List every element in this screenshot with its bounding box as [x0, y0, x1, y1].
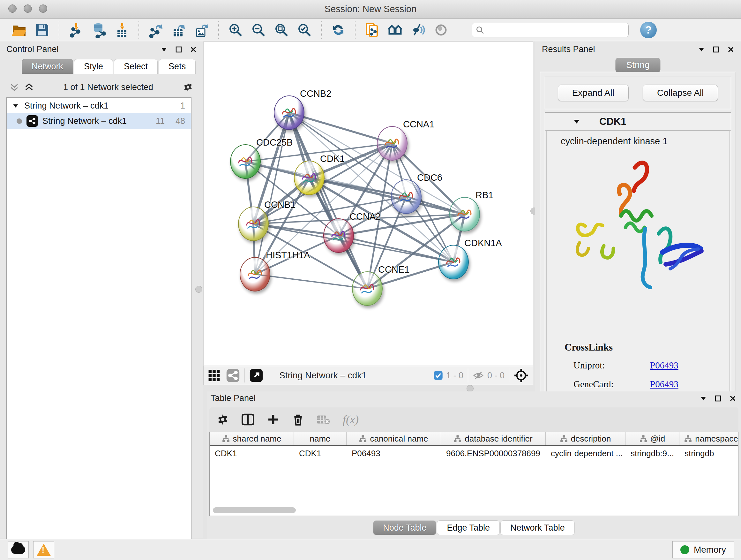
- edge[interactable]: [289, 113, 392, 143]
- node-ccna2[interactable]: [323, 219, 354, 253]
- float-panel-icon[interactable]: [176, 46, 182, 53]
- zoom-out-button[interactable]: [250, 21, 267, 39]
- edge[interactable]: [255, 274, 367, 289]
- string-disabled-eye-button[interactable]: [432, 21, 450, 39]
- network-options-gear-icon[interactable]: [183, 82, 193, 92]
- warnings-button[interactable]: [33, 541, 54, 558]
- zoom-selected-button[interactable]: [295, 21, 313, 39]
- save-session-button[interactable]: [33, 21, 51, 39]
- table-cell[interactable]: cyclin-dependent ...: [546, 446, 625, 461]
- collapse-all-icon[interactable]: [10, 82, 19, 92]
- column-header--id[interactable]: @id: [625, 432, 679, 445]
- edge[interactable]: [289, 113, 367, 289]
- close-window-button[interactable]: [8, 4, 17, 13]
- node-hist1h1a[interactable]: [240, 257, 270, 292]
- tab-edge-table[interactable]: Edge Table: [437, 520, 500, 535]
- crosslink-link[interactable]: P06493: [650, 379, 678, 389]
- expand-all-button[interactable]: Expand All: [558, 84, 629, 101]
- export-network-button[interactable]: [147, 21, 165, 39]
- table-cell[interactable]: 9606.ENSP00000378699: [441, 446, 546, 461]
- string-home-button[interactable]: [386, 21, 404, 39]
- minimize-window-button[interactable]: [23, 4, 32, 13]
- export-table-button[interactable]: [170, 21, 188, 39]
- table-options-gear-icon[interactable]: [216, 413, 229, 426]
- panel-menu-icon[interactable]: [698, 47, 704, 52]
- cloud-status-button[interactable]: [8, 541, 29, 558]
- tab-node-table[interactable]: Node Table: [373, 520, 436, 535]
- table-cell[interactable]: P06493: [347, 446, 441, 461]
- network-canvas[interactable]: CCNB2CCNA1CDC25BCDK1CDC6RB1CCNB1CCNA2CDK…: [204, 42, 533, 366]
- import-network-file-button[interactable]: [67, 21, 85, 39]
- tab-network-table[interactable]: Network Table: [500, 520, 575, 535]
- left-divider-handle[interactable]: [195, 286, 202, 293]
- node-ccne1[interactable]: [352, 271, 383, 306]
- table-cell[interactable]: stringdb:9...: [625, 446, 679, 461]
- collapse-section-icon[interactable]: [573, 119, 580, 124]
- node-cdc6[interactable]: [391, 179, 421, 214]
- table-row[interactable]: CDK1CDK1P064939606.ENSP00000378699cyclin…: [210, 446, 738, 461]
- network-view[interactable]: CCNB2CCNA1CDC25BCDK1CDC6RB1CCNB1CCNA2CDK…: [203, 42, 533, 366]
- column-header-canonical-name[interactable]: canonical name: [347, 432, 441, 445]
- memory-button[interactable]: Memory: [672, 541, 734, 558]
- close-panel-icon[interactable]: [730, 395, 736, 401]
- maximize-window-button[interactable]: [39, 4, 47, 13]
- node-ccnb1[interactable]: [238, 206, 269, 241]
- table-cell[interactable]: CDK1: [210, 446, 294, 461]
- column-header-name[interactable]: name: [294, 432, 347, 445]
- node-cdk1[interactable]: [294, 161, 325, 195]
- node-cdc25b[interactable]: [230, 144, 261, 179]
- expand-all-icon[interactable]: [24, 82, 34, 92]
- string-copy-button[interactable]: [363, 21, 381, 39]
- birdseye-crosshair-icon[interactable]: [514, 368, 529, 383]
- close-panel-icon[interactable]: [728, 46, 734, 53]
- node-ccnb2[interactable]: [274, 96, 305, 130]
- detach-view-icon[interactable]: [249, 368, 263, 382]
- column-header-database-identifier[interactable]: database identifier: [441, 432, 546, 445]
- tab-select[interactable]: Select: [114, 59, 158, 74]
- apply-layout-button[interactable]: [329, 21, 347, 39]
- tab-sets[interactable]: Sets: [158, 59, 196, 74]
- crosslink-row: GeneCard:P06493: [574, 379, 720, 389]
- help-button[interactable]: ?: [640, 22, 657, 38]
- zoom-in-button[interactable]: [226, 21, 245, 39]
- column-header-description[interactable]: description: [546, 432, 625, 445]
- delete-column-icon[interactable]: [292, 413, 305, 426]
- zoom-fit-button[interactable]: [273, 21, 290, 39]
- node-cdkn1a[interactable]: [438, 245, 469, 279]
- tab-style[interactable]: Style: [74, 59, 113, 74]
- tab-string[interactable]: String: [615, 58, 660, 72]
- export-image-button[interactable]: [193, 21, 211, 39]
- table-cell[interactable]: CDK1: [294, 446, 347, 461]
- tree-expand-icon[interactable]: [13, 104, 18, 108]
- tab-network[interactable]: Network: [22, 59, 73, 74]
- selected-checkbox-icon[interactable]: [433, 371, 443, 380]
- column-header-shared-name[interactable]: shared name: [210, 432, 294, 445]
- protein-card-header[interactable]: CDK1: [545, 113, 731, 131]
- open-session-button[interactable]: [10, 21, 28, 39]
- network-collection-row[interactable]: String Network – cdk1 1: [7, 98, 191, 113]
- network-row[interactable]: String Network – cdk1 11 48: [7, 113, 191, 129]
- collapse-all-button[interactable]: Collapse All: [643, 84, 718, 101]
- add-column-icon[interactable]: [267, 413, 280, 426]
- show-columns-icon[interactable]: [241, 413, 255, 426]
- float-panel-icon[interactable]: [713, 46, 719, 53]
- close-panel-icon[interactable]: [190, 46, 197, 53]
- bottom-divider-handle[interactable]: [467, 385, 474, 392]
- table-horizontal-scrollbar[interactable]: [213, 507, 296, 513]
- panel-menu-icon[interactable]: [700, 396, 706, 401]
- import-table-file-button[interactable]: [113, 21, 131, 39]
- grid-view-icon[interactable]: [208, 369, 220, 381]
- table-cell[interactable]: stringdb: [679, 446, 738, 461]
- crosslink-link[interactable]: P06493: [650, 360, 678, 371]
- string-glass-eye-button[interactable]: [409, 21, 427, 39]
- share-view-icon[interactable]: [226, 368, 240, 382]
- node-rb1[interactable]: [449, 197, 480, 232]
- import-network-database-button[interactable]: [90, 21, 108, 39]
- panel-menu-icon[interactable]: [161, 47, 167, 52]
- search-input[interactable]: [487, 25, 624, 35]
- float-panel-icon[interactable]: [715, 395, 721, 401]
- node-table[interactable]: shared namenamecanonical namedatabase id…: [209, 432, 738, 516]
- node-ccna1[interactable]: [377, 126, 408, 161]
- edge[interactable]: [339, 236, 454, 262]
- column-header-namespace[interactable]: namespace: [679, 432, 738, 445]
